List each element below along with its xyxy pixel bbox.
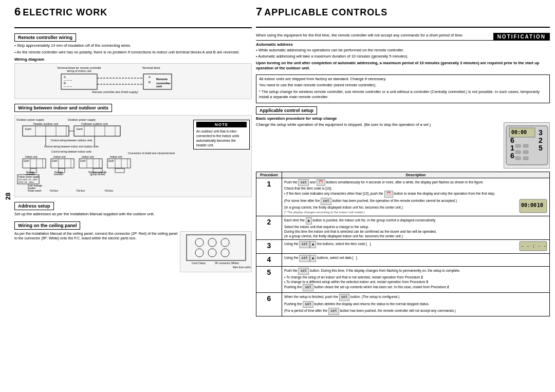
svg-rect-106 [523, 151, 528, 154]
svg-rect-105 [515, 151, 521, 154]
btn-set-5: set [298, 268, 309, 275]
svg-text:controller: controller [54, 173, 64, 176]
svg-text:unit: unit [156, 85, 162, 88]
remote-display: 00:00 3 2 5 6 1 6 [504, 122, 550, 169]
svg-point-87 [221, 238, 229, 247]
svg-text:Earth: Earth [25, 127, 31, 130]
svg-text:Earth: Earth [52, 160, 58, 162]
applicable-control-title: Applicable control setup [256, 106, 317, 115]
svg-text:Earth: Earth [80, 160, 86, 162]
wiring-diagram-svg: Terminal block for remote controller wir… [53, 65, 213, 98]
ceiling-panel-section: Wiring on the ceiling panel As per the I… [14, 221, 252, 272]
svg-text:Follower outdoor unit: Follower outdoor unit [81, 122, 108, 125]
svg-text:2: 2 [539, 136, 543, 144]
btn-arrow-2: ▲ [306, 217, 312, 225]
svg-text:Outdoor power supply: Outdoor power supply [68, 118, 96, 121]
svg-point-89 [208, 249, 216, 257]
svg-rect-108 [523, 157, 528, 160]
proc-3: 3 [256, 240, 282, 254]
ceiling-panel-title: Wiring on the ceiling panel [14, 221, 80, 230]
btn-clock-3: ▲ [310, 241, 316, 248]
outdoor-wiring-title: Wiring between indoor and outdoor units [14, 104, 112, 112]
notification-content: NOTIFICATION When using the equipment fo… [256, 33, 550, 71]
desc-1: Push the set and ⏰ buttons simultaneousl… [282, 178, 550, 216]
proc-3-display: - - : - - [519, 241, 547, 251]
svg-text:wiring of indoor unit: wiring of indoor unit [66, 69, 91, 72]
svg-text:Pull box: Pull box [50, 190, 59, 192]
svg-text:6: 6 [510, 136, 514, 144]
table-row: 3 Using the set▲ the buttons, select the… [256, 240, 550, 254]
svg-text:Indoor unit: Indoor unit [25, 155, 38, 158]
applicable-controls-title: APPLICABLE CONTROLS [264, 7, 387, 18]
ceiling-diagram-svg: Cord Clamp 5P connector (White) Wire fro… [181, 232, 251, 271]
btn-set-3: set [299, 241, 310, 248]
info-text-box: All indoor units are shipped from factor… [256, 74, 550, 103]
svg-text:Wire from ceiling panel: Wire from ceiling panel [233, 266, 251, 269]
auto-addr-bullet-2: • Automatic addressing will take a maxim… [256, 54, 550, 60]
table-row: 6 When the setup is finished, push the s… [256, 292, 550, 316]
address-setup-text: Set up the addresses as per the Installa… [14, 212, 252, 217]
remote-wiring-section: Remote controller wiring • Strip approxi… [14, 33, 252, 101]
info-text-1: All indoor units are shipped from factor… [259, 77, 547, 82]
electric-work-header: 6 ELECTRIC WORK [14, 5, 252, 20]
svg-text:B: B [149, 81, 151, 84]
svg-text:Control wiring between indoor : Control wiring between indoor units [51, 150, 92, 153]
svg-point-86 [208, 238, 216, 247]
table-row: 2 Each time the ▲ button is pushed, the … [256, 216, 550, 240]
address-setup-section: Address setup Set up the addresses as pe… [14, 202, 252, 218]
svg-text:10: 10 [537, 202, 543, 208]
col-description: Description [282, 172, 550, 178]
wiring-diagram-section: Wiring diagram Terminal block for remote… [14, 57, 252, 99]
svg-rect-84 [187, 235, 246, 260]
applicable-control-section: Applicable control setup Basic operation… [256, 106, 550, 169]
svg-text:Terminal block: Terminal block [142, 66, 160, 69]
desc-5: Push the set button. During this time, i… [282, 267, 550, 293]
svg-text:Indoor unit: Indoor unit [53, 155, 66, 158]
svg-text:Power switch: Power switch [28, 190, 42, 192]
note-title: NOTE [196, 122, 247, 127]
table-row: 5 Push the set button. During this time,… [256, 267, 550, 293]
svg-rect-67 [115, 169, 124, 173]
procedure-table-container: Procedure Description 1 Push the set and… [256, 172, 550, 387]
svg-text:Cord Clamp: Cord Clamp [192, 262, 206, 265]
info-text-2: You need to use the main remote controll… [259, 83, 547, 88]
svg-text:A: A [149, 76, 151, 79]
address-setup-title: Address setup [14, 202, 54, 210]
svg-text:220V, 1N ~ 60Hz: 220V, 1N ~ 60Hz [18, 181, 34, 183]
svg-text:Pull box: Pull box [77, 190, 85, 192]
svg-rect-104 [523, 144, 528, 147]
btn-clock-4: ▲ [310, 255, 316, 262]
auto-address-title: Automatic address [256, 42, 550, 47]
svg-text:Earth: Earth [24, 160, 29, 162]
ceiling-panel-text: As per the Installation Manual of the ce… [14, 231, 178, 272]
svg-point-88 [195, 249, 203, 257]
ceiling-diagram: Cord Clamp 5P connector (White) Wire fro… [180, 231, 252, 272]
svg-text:Pull box: Pull box [105, 190, 114, 192]
control-text: Change the setup while operation of the … [256, 122, 499, 169]
page-container: 28 6 ELECTRIC WORK Remote controller wir… [0, 0, 555, 392]
change-text: Change the setup while operation of the … [256, 122, 499, 128]
svg-text:Remote: Remote [156, 78, 168, 81]
btn-set-1b: set [321, 198, 331, 205]
svg-text:3: 3 [539, 128, 543, 137]
wiring-diagram-area: Terminal block for remote controller wir… [14, 63, 252, 99]
svg-text:00:00: 00:00 [511, 129, 527, 135]
svg-rect-107 [515, 157, 521, 160]
svg-text:Control wiring between outdoor: Control wiring between outdoor units [50, 139, 92, 142]
btn-set-6c: set [328, 308, 339, 315]
svg-text:Control wiring between indoor : Control wiring between indoor and outdoo… [44, 145, 99, 148]
outdoor-wiring-diagram: NOTE An outdoor unit that is inter-conne… [14, 115, 252, 197]
section-6-number: 6 [14, 5, 21, 18]
svg-text:Earth: Earth [77, 127, 83, 130]
note-box: NOTE An outdoor unit that is inter-conne… [193, 120, 250, 150]
btn-set-1: set [298, 179, 309, 186]
left-column: 6 ELECTRIC WORK Remote controller wiring… [5, 5, 252, 387]
col-procedure: Procedure [256, 172, 282, 178]
wiring-diagram-label: Wiring diagram [14, 57, 252, 62]
btn-clock-1: ⏰ [317, 179, 325, 186]
notification-row: NOTIFICATION When using the equipment fo… [256, 33, 550, 71]
btn-clk: ⏰ [384, 191, 393, 198]
top-divider [14, 27, 252, 28]
remote-display-svg: 00:00 3 2 5 6 1 6 [505, 125, 549, 166]
proc-4: 4 [256, 254, 282, 267]
